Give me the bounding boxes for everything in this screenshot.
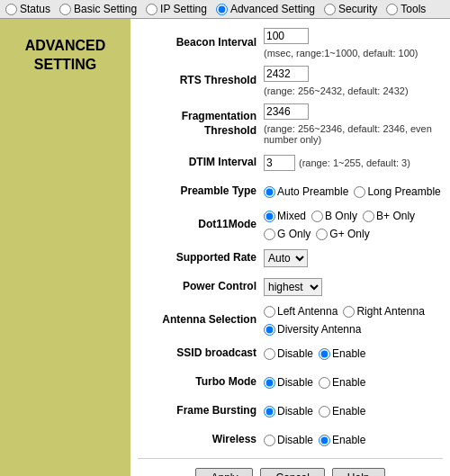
preamble-long-label: Long Preamble [367, 185, 440, 198]
dot11mode-gplus[interactable]: G+ Only [316, 228, 369, 240]
button-row: Apply Cancel Help [138, 458, 443, 476]
dtim-interval-input[interactable] [264, 155, 295, 171]
beacon-interval-input[interactable] [264, 28, 309, 44]
preamble-type-row: Preamble Type Auto Preamble Long Preambl… [138, 181, 443, 202]
nav-label-security: Security [338, 3, 377, 15]
nav-radio-tools[interactable] [386, 4, 398, 15]
fragmentation-threshold-row: FragmentationThreshold (range: 256~2346,… [138, 103, 443, 145]
preamble-type-label: Preamble Type [138, 184, 264, 199]
frame-bursting-enable[interactable]: Enable [319, 405, 365, 418]
rts-threshold-input[interactable] [264, 66, 309, 82]
supported-rate-select[interactable]: Auto 1M 2M 5.5M 11M [264, 249, 308, 267]
wireless-disable-label: Disable [277, 434, 313, 446]
dot11mode-b-radio[interactable] [311, 211, 323, 222]
rts-threshold-label: RTS Threshold [138, 74, 264, 88]
nav-label-basic: Basic Setting [74, 3, 137, 15]
dot11mode-mixed-radio[interactable] [264, 211, 275, 222]
antenna-right-radio[interactable] [343, 306, 355, 318]
turbo-mode-enable[interactable]: Enable [319, 376, 365, 389]
ssid-broadcast-enable[interactable]: Enable [319, 347, 365, 360]
nav-item-status[interactable]: Status [5, 3, 50, 15]
antenna-diversity[interactable]: Diversity Antenna [264, 323, 361, 336]
ssid-broadcast-disable[interactable]: Disable [264, 347, 313, 360]
rts-threshold-value: (range: 256~2432, default: 2432) [264, 66, 443, 96]
nav-radio-advanced[interactable] [216, 4, 228, 15]
dtim-interval-row: DTIM Interval (range: 1~255, default: 3) [138, 152, 443, 174]
help-button[interactable]: Help [332, 468, 385, 476]
dot11mode-g[interactable]: G Only [264, 228, 310, 240]
dot11mode-b-label: B Only [325, 210, 357, 222]
wireless-disable[interactable]: Disable [264, 434, 313, 446]
nav-radio-security[interactable] [324, 4, 336, 15]
dot11mode-options: Mixed B Only B+ Only G Only G+ Only [264, 210, 443, 240]
wireless-disable-radio[interactable] [264, 435, 275, 446]
main-layout: ADVANCED SETTING Beacon Interval (msec, … [0, 19, 450, 476]
supported-rate-row: Supported Rate Auto 1M 2M 5.5M 11M [138, 247, 443, 269]
dtim-interval-hint: (range: 1~255, default: 3) [299, 157, 410, 168]
power-control-value: highest high medium low [264, 278, 322, 296]
ssid-broadcast-label: SSID broadcast [138, 346, 264, 361]
turbo-mode-disable[interactable]: Disable [264, 376, 313, 389]
nav-radio-status[interactable] [5, 4, 17, 15]
ssid-broadcast-options: Disable Enable [264, 347, 365, 360]
frame-bursting-enable-radio[interactable] [319, 406, 330, 418]
antenna-left-label: Left Antenna [277, 305, 338, 318]
antenna-right[interactable]: Right Antenna [343, 305, 424, 318]
dot11mode-mixed[interactable]: Mixed [264, 210, 306, 222]
top-nav: Status Basic Setting IP Setting Advanced… [0, 0, 450, 19]
wireless-label: Wireless [138, 433, 264, 447]
nav-radio-basic[interactable] [59, 4, 71, 15]
nav-label-advanced: Advanced Setting [230, 3, 315, 15]
ssid-broadcast-enable-radio[interactable] [319, 348, 330, 360]
turbo-mode-disable-radio[interactable] [264, 377, 275, 389]
supported-rate-label: Supported Rate [138, 251, 264, 265]
nav-item-advanced[interactable]: Advanced Setting [216, 3, 315, 15]
ssid-broadcast-disable-radio[interactable] [264, 348, 275, 360]
nav-item-tools[interactable]: Tools [386, 3, 426, 15]
frame-bursting-label: Frame Bursting [138, 404, 264, 418]
antenna-left[interactable]: Left Antenna [264, 305, 338, 318]
frame-bursting-row: Frame Bursting Disable Enable [138, 400, 443, 422]
frame-bursting-disable-radio[interactable] [264, 406, 275, 418]
dot11mode-b[interactable]: B Only [311, 210, 357, 222]
wireless-enable-radio[interactable] [319, 435, 330, 446]
preamble-long-radio[interactable] [354, 186, 365, 198]
beacon-interval-row: Beacon Interval (msec, range:1~1000, def… [138, 28, 443, 58]
antenna-left-radio[interactable] [264, 306, 275, 318]
dot11mode-bplus-radio[interactable] [363, 211, 374, 222]
antenna-right-label: Right Antenna [356, 305, 424, 318]
dot11mode-gplus-radio[interactable] [316, 229, 328, 240]
preamble-auto-radio[interactable] [264, 186, 275, 198]
sidebar-title: ADVANCED SETTING [0, 37, 130, 75]
sidebar: ADVANCED SETTING [0, 19, 130, 476]
ssid-broadcast-disable-label: Disable [277, 347, 313, 360]
power-control-row: Power Control highest high medium low [138, 276, 443, 298]
wireless-row: Wireless Disable Enable [138, 429, 443, 451]
power-control-select[interactable]: highest high medium low [264, 278, 322, 296]
frame-bursting-disable[interactable]: Disable [264, 405, 313, 418]
wireless-enable[interactable]: Enable [319, 434, 365, 446]
apply-button[interactable]: Apply [195, 468, 253, 476]
fragmentation-threshold-hint: (range: 256~2346, default: 2346, even nu… [264, 123, 443, 145]
dot11mode-bplus[interactable]: B+ Only [363, 210, 415, 222]
nav-item-basic[interactable]: Basic Setting [59, 3, 137, 15]
ssid-broadcast-row: SSID broadcast Disable Enable [138, 343, 443, 364]
cancel-button[interactable]: Cancel [260, 468, 324, 476]
nav-item-ip[interactable]: IP Setting [146, 3, 207, 15]
nav-item-security[interactable]: Security [324, 3, 377, 15]
dot11mode-bplus-label: B+ Only [376, 210, 415, 222]
preamble-type-options: Auto Preamble Long Preamble [264, 185, 441, 198]
fragmentation-threshold-input[interactable] [264, 103, 309, 120]
dot11mode-g-radio[interactable] [264, 229, 275, 240]
turbo-mode-enable-radio[interactable] [319, 377, 330, 389]
preamble-auto[interactable]: Auto Preamble [264, 185, 348, 198]
fragmentation-threshold-label: FragmentationThreshold [138, 110, 264, 138]
preamble-long[interactable]: Long Preamble [354, 185, 440, 198]
turbo-mode-enable-label: Enable [332, 376, 365, 389]
antenna-diversity-radio[interactable] [264, 324, 275, 336]
dot11mode-mixed-label: Mixed [277, 210, 306, 222]
turbo-mode-label: Turbo Mode [138, 375, 264, 390]
dot11mode-row: Dot11Mode Mixed B Only B+ Only G Only [138, 210, 443, 240]
nav-label-tools: Tools [400, 3, 426, 15]
nav-radio-ip[interactable] [146, 4, 158, 15]
